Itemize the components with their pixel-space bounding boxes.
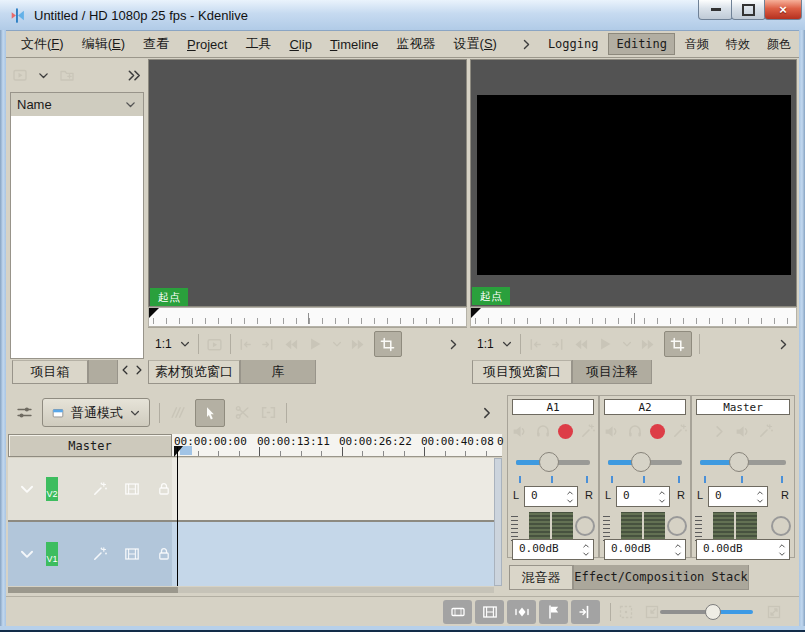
tab-clip-monitor[interactable]: 素材预览窗口 <box>148 360 240 384</box>
show-markers-toggle-button[interactable] <box>539 600 568 624</box>
pan-spinbox[interactable]: 0 <box>616 486 670 507</box>
video-thumbnails-toggle-button[interactable] <box>475 600 504 624</box>
menu-edit[interactable]: 编辑(E) <box>73 35 134 53</box>
playhead-marker[interactable] <box>174 446 183 457</box>
spin-down-icon[interactable] <box>581 550 591 558</box>
track-lane-v1[interactable] <box>172 522 494 586</box>
spin-down-icon[interactable] <box>777 550 787 558</box>
create-folder-icon[interactable] <box>59 67 75 83</box>
clip-zoom-level[interactable]: 1:1 <box>155 337 172 351</box>
fit-zoom-icon[interactable] <box>618 604 634 620</box>
track-collapse-icon[interactable] <box>18 480 36 498</box>
spinner-arrows[interactable] <box>581 540 591 559</box>
project-play-icon[interactable] <box>596 335 614 353</box>
project-rewind-icon[interactable] <box>572 336 589 353</box>
scrollbar-thumb[interactable] <box>8 587 178 593</box>
track-tag-v1[interactable]: V1 <box>46 542 58 566</box>
pan-spinbox[interactable]: 0 <box>524 486 578 507</box>
tab-project-notes[interactable]: 项目注释 <box>572 360 652 384</box>
timeline-vertical-scrollbar[interactable] <box>494 458 502 586</box>
channel-effects-icon[interactable] <box>672 423 688 439</box>
toolbar-overflow-icon[interactable] <box>127 68 142 83</box>
track-lock-icon[interactable] <box>156 481 172 497</box>
gain-spinbox[interactable]: 0.00dB <box>696 539 790 560</box>
clip-zone-in-icon[interactable] <box>238 337 253 352</box>
clip-monitor-ruler[interactable] <box>148 307 467 327</box>
master-effects-button[interactable]: Master <box>8 434 172 457</box>
zoom-in-icon[interactable] <box>766 604 782 620</box>
volume-slider-knob[interactable] <box>539 452 559 472</box>
tab-effect-stack[interactable]: Effect/Composition Stack <box>573 565 749 590</box>
track-tag-v2[interactable]: V2 <box>46 477 58 501</box>
record-icon[interactable] <box>558 424 573 439</box>
show-channels-icon[interactable] <box>712 424 727 439</box>
menu-tool[interactable]: 工具 <box>236 35 280 53</box>
project-play-dropdown-icon[interactable] <box>621 338 633 350</box>
minimize-button[interactable] <box>698 0 733 20</box>
record-icon[interactable] <box>650 424 665 439</box>
edit-mode-dropdown[interactable]: 普通模式 <box>42 398 150 427</box>
spinner-arrows[interactable] <box>777 540 787 559</box>
spin-down-icon[interactable] <box>657 497 667 505</box>
tab-mixer[interactable]: 混音器 <box>509 565 573 590</box>
mute-icon[interactable] <box>511 423 528 440</box>
volume-slider-knob[interactable] <box>631 452 651 472</box>
track-header-v1[interactable]: V1 <box>8 522 172 586</box>
gain-spinbox[interactable]: 0.00dB <box>604 539 686 560</box>
clip-forward-icon[interactable] <box>350 336 367 353</box>
menu-clip[interactable]: Clip <box>280 37 320 52</box>
clip-zoom-dropdown-icon[interactable] <box>179 338 191 350</box>
workspace-tab-effects[interactable]: 特效 <box>719 33 757 56</box>
maximize-button[interactable] <box>731 0 766 20</box>
zoom-out-icon[interactable] <box>644 604 660 620</box>
project-zone-in-icon[interactable] <box>528 337 543 352</box>
clip-zone-out-icon[interactable] <box>260 337 275 352</box>
audio-thumbnails-toggle-button[interactable] <box>507 600 536 624</box>
clip-overlay-icon[interactable] <box>206 336 223 353</box>
timeline-toolbar-expand-icon[interactable] <box>480 406 494 420</box>
spinner-arrows[interactable] <box>657 487 667 506</box>
gain-spinbox[interactable]: 0.00dB <box>512 539 594 560</box>
workspace-tab-logging[interactable]: Logging <box>541 34 606 54</box>
menu-file[interactable]: 文件(F) <box>12 35 73 53</box>
channel-effects-icon[interactable] <box>580 423 596 439</box>
tab-project-bin[interactable]: 项目箱 <box>12 360 88 384</box>
razor-tool-icon[interactable] <box>234 404 251 421</box>
project-monitor-screen[interactable]: 起点 <box>470 59 797 307</box>
workspace-tab-color[interactable]: 颜色 <box>760 33 798 56</box>
track-hide-video-icon[interactable] <box>124 546 140 562</box>
spinner-arrows[interactable] <box>565 487 575 506</box>
clip-toolbar-expand-icon[interactable] <box>447 338 460 351</box>
tab-scroll-right-icon[interactable] <box>133 362 145 378</box>
project-forward-icon[interactable] <box>640 336 657 353</box>
project-zoom-dropdown-icon[interactable] <box>501 338 513 350</box>
titlebar[interactable]: Untitled / HD 1080p 25 fps - Kdenlive <box>0 0 805 31</box>
spin-down-icon[interactable] <box>673 550 683 558</box>
project-zoom-level[interactable]: 1:1 <box>477 337 494 351</box>
bin-column-header[interactable]: Name <box>10 92 144 117</box>
spin-up-icon[interactable] <box>673 542 683 550</box>
track-lane-v2[interactable] <box>172 458 494 520</box>
bin-sort-chevron-icon[interactable] <box>124 98 137 111</box>
track-effects-icon[interactable] <box>92 481 108 497</box>
tab-bin-stub[interactable] <box>88 360 118 384</box>
zoom-slider-knob[interactable] <box>705 604 721 620</box>
snap-toggle-button[interactable] <box>571 600 600 624</box>
mute-icon[interactable] <box>603 423 620 440</box>
add-clip-icon[interactable] <box>12 67 28 83</box>
timeline-ruler[interactable]: 00:00:00:00 00:00:13:11 00:00:26:22 00:0… <box>172 434 502 457</box>
pan-spinbox[interactable]: 0 <box>708 486 768 507</box>
spin-down-icon[interactable] <box>565 497 575 505</box>
spin-up-icon[interactable] <box>581 542 591 550</box>
track-hide-video-icon[interactable] <box>124 481 140 497</box>
project-zone-toggle-button[interactable] <box>664 331 692 357</box>
add-clip-dropdown-icon[interactable] <box>37 69 50 82</box>
project-bin-list[interactable] <box>10 116 144 359</box>
balance-knob[interactable] <box>667 516 687 536</box>
timeline-horizontal-scrollbar[interactable] <box>8 587 494 593</box>
menu-view[interactable]: 查看 <box>134 35 178 53</box>
tab-library[interactable]: 库 <box>240 360 316 384</box>
spinner-arrows[interactable] <box>755 487 765 506</box>
project-monitor-ruler[interactable] <box>470 307 797 327</box>
spin-up-icon[interactable] <box>565 489 575 497</box>
